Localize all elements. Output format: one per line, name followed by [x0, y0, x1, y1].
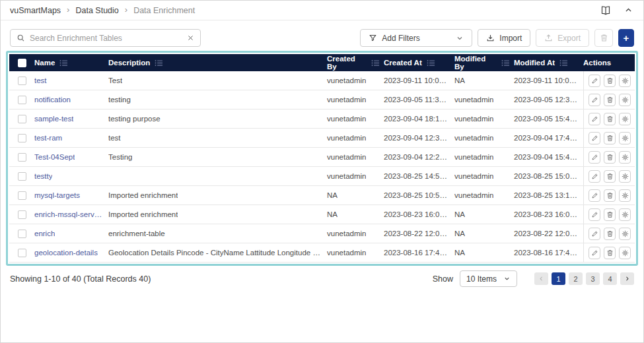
page-button-3[interactable]: 3 [586, 272, 600, 285]
row-name-link[interactable]: notification [34, 96, 71, 104]
page-button-1[interactable]: 1 [552, 272, 565, 285]
row-name-link[interactable]: testty [34, 172, 52, 180]
settings-button[interactable] [619, 228, 631, 240]
row-checkbox[interactable] [18, 249, 26, 257]
edit-button[interactable] [589, 132, 600, 144]
settings-button[interactable] [619, 132, 631, 144]
chevron-up-icon[interactable] [624, 6, 633, 15]
filter-lines-icon[interactable] [371, 59, 380, 67]
pencil-icon [591, 173, 598, 180]
trash-icon [606, 96, 614, 104]
trash-icon [606, 211, 614, 218]
edit-button[interactable] [589, 170, 600, 183]
row-created-at: 2023-09-04 12:31:47 [384, 134, 450, 142]
next-page-button[interactable] [620, 272, 634, 285]
row-created-at: 2023-09-11 10:02:22 [384, 77, 450, 84]
edit-button[interactable] [589, 94, 600, 106]
delete-button[interactable] [604, 151, 616, 164]
edit-button[interactable] [589, 228, 600, 240]
delete-button[interactable] [604, 247, 616, 259]
table-body: test Test vunetadmin 2023-09-11 10:02:22… [9, 71, 635, 263]
filter-lines-icon[interactable] [155, 59, 163, 67]
delete-button[interactable] [604, 170, 616, 183]
delete-button[interactable] [604, 75, 616, 87]
delete-button[interactable] [604, 94, 616, 106]
settings-button[interactable] [619, 113, 631, 125]
column-header-description: Description [108, 59, 150, 67]
delete-button[interactable] [604, 113, 616, 125]
breadcrumb-item-data-studio[interactable]: Data Studio [75, 6, 118, 15]
search-input[interactable] [30, 34, 182, 43]
page-button-2[interactable]: 2 [569, 272, 583, 285]
edit-button[interactable] [589, 113, 600, 125]
row-name-link[interactable]: Test-04Sept [34, 153, 75, 161]
edit-button[interactable] [589, 151, 600, 164]
column-header-created-by: Created By [327, 55, 367, 71]
row-checkbox[interactable] [18, 153, 26, 162]
settings-button[interactable] [619, 170, 631, 183]
select-all-checkbox[interactable] [18, 59, 26, 67]
row-modified-by: vunetadmin [454, 115, 493, 123]
settings-button[interactable] [619, 151, 631, 164]
delete-button[interactable] [604, 208, 616, 221]
row-modified-by: NA [454, 230, 465, 237]
add-filters-dropdown[interactable]: Add Filters [360, 29, 472, 47]
row-checkbox[interactable] [18, 172, 26, 181]
filter-lines-icon[interactable] [59, 59, 68, 67]
page-size-select[interactable]: 10 Items [460, 270, 517, 287]
settings-button[interactable] [619, 208, 631, 221]
settings-button[interactable] [619, 75, 631, 87]
table-row: test Test vunetadmin 2023-09-11 10:02:22… [9, 71, 635, 90]
table-row: Test-04Sept Testing vunetadmin 2023-09-0… [9, 148, 635, 167]
settings-button[interactable] [619, 247, 631, 259]
breadcrumb-item-vusmartmaps[interactable]: vuSmartMaps [10, 6, 61, 15]
row-checkbox[interactable] [18, 77, 26, 85]
chevron-down-icon [456, 34, 464, 42]
row-name-link[interactable]: test [34, 77, 47, 84]
chevron-right-icon [624, 275, 631, 282]
table-footer: Showing 1-10 of 40 (Total Records 40) Sh… [1, 270, 643, 287]
book-icon[interactable] [600, 5, 611, 16]
delete-button[interactable] [604, 132, 616, 144]
edit-button[interactable] [589, 208, 600, 221]
row-checkbox[interactable] [18, 230, 26, 238]
row-name-link[interactable]: mysql-targets [34, 191, 80, 199]
close-icon[interactable] [187, 34, 194, 42]
delete-selected-button[interactable] [594, 29, 613, 47]
table-row: notification testing vunetadmin 2023-09-… [9, 90, 635, 109]
row-checkbox[interactable] [18, 115, 26, 123]
row-created-by: vunetadmin [327, 249, 366, 257]
row-name-link[interactable]: sample-test [34, 115, 73, 123]
row-checkbox[interactable] [18, 96, 26, 104]
filter-lines-icon[interactable] [427, 59, 435, 67]
delete-button[interactable] [604, 228, 616, 240]
filter-lines-icon[interactable] [559, 59, 568, 67]
delete-button[interactable] [604, 189, 616, 202]
chevron-down-icon [503, 275, 511, 282]
edit-button[interactable] [589, 75, 600, 87]
row-modified-by: vunetadmin [454, 134, 493, 142]
edit-button[interactable] [589, 247, 600, 259]
edit-button[interactable] [589, 189, 600, 202]
import-button[interactable]: Import [478, 29, 530, 47]
row-name-link[interactable]: test-ram [34, 134, 62, 142]
row-modified-at: 2023-08-22 12:07:24 [514, 230, 579, 237]
trash-icon [606, 230, 614, 237]
toolbar: Add Filters Import Export + [1, 29, 643, 47]
pencil-icon [591, 96, 598, 104]
previous-page-button[interactable] [534, 272, 548, 285]
settings-button[interactable] [619, 94, 631, 106]
export-button[interactable]: Export [536, 29, 589, 47]
settings-button[interactable] [619, 189, 631, 202]
row-name-link[interactable]: geolocation-details [34, 249, 98, 257]
row-name-link[interactable]: enrich-mssql-serve... [34, 210, 104, 218]
row-checkbox[interactable] [18, 210, 26, 219]
filter-lines-icon[interactable] [501, 59, 510, 67]
row-checkbox[interactable] [18, 191, 26, 200]
add-enrichment-button[interactable]: + [618, 29, 634, 47]
row-name-link[interactable]: enrich [34, 230, 55, 237]
row-checkbox[interactable] [18, 134, 26, 142]
row-created-at: 2023-09-04 12:21:09 [384, 153, 450, 161]
page-button-4[interactable]: 4 [603, 272, 617, 285]
row-modified-at: 2023-09-05 15:42:07 [514, 115, 579, 123]
